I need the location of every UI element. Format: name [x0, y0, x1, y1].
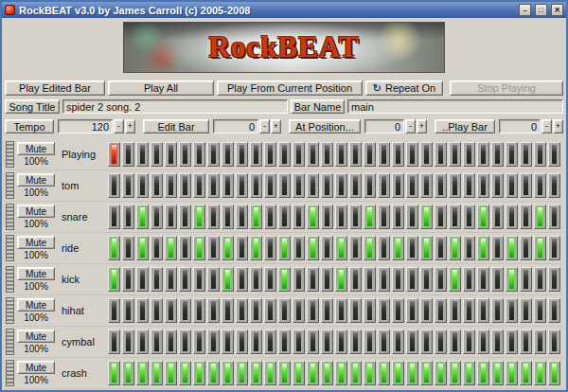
play-bar-input[interactable]: [500, 120, 540, 133]
close-icon[interactable]: ✕: [551, 4, 563, 16]
step-cell[interactable]: [491, 298, 504, 323]
step-cell[interactable]: [278, 205, 291, 229]
step-cell[interactable]: [136, 205, 149, 229]
step-cell[interactable]: [179, 205, 191, 229]
step-cell[interactable]: [307, 330, 319, 354]
step-cell[interactable]: [420, 361, 433, 385]
step-cell[interactable]: [136, 330, 149, 354]
step-cell[interactable]: [136, 142, 149, 167]
step-cell[interactable]: [349, 330, 362, 354]
step-cell[interactable]: [506, 205, 518, 229]
step-cell[interactable]: [506, 267, 518, 292]
step-cell[interactable]: [122, 298, 134, 323]
step-cell[interactable]: [108, 330, 120, 354]
step-cell[interactable]: [321, 205, 333, 229]
step-cell[interactable]: [435, 361, 447, 385]
step-cell[interactable]: [165, 330, 177, 354]
step-cell[interactable]: [548, 236, 560, 260]
step-cell[interactable]: [207, 267, 220, 292]
step-cell[interactable]: [435, 298, 447, 323]
step-cell[interactable]: [477, 236, 489, 260]
step-cell[interactable]: [534, 361, 546, 385]
mute-button[interactable]: Mute: [17, 361, 55, 374]
step-cell[interactable]: [420, 205, 433, 229]
step-cell[interactable]: [335, 236, 347, 260]
step-cell[interactable]: [534, 298, 546, 323]
step-cell[interactable]: [548, 330, 560, 354]
step-cell[interactable]: [435, 173, 447, 198]
step-cell[interactable]: [349, 205, 362, 229]
tempo-decrement-button[interactable]: -: [114, 119, 124, 134]
step-cell[interactable]: [179, 298, 191, 323]
step-cell[interactable]: [193, 236, 205, 260]
step-cell[interactable]: [364, 330, 376, 354]
step-cell[interactable]: [151, 267, 163, 292]
step-cell[interactable]: [207, 298, 220, 323]
step-cell[interactable]: [278, 330, 291, 354]
play-bar-increment-button[interactable]: +: [553, 119, 563, 134]
step-cell[interactable]: [477, 173, 489, 198]
mute-button[interactable]: Mute: [17, 173, 55, 187]
step-cell[interactable]: [179, 142, 191, 167]
step-cell[interactable]: [307, 236, 319, 260]
step-cell[interactable]: [122, 330, 134, 354]
step-cell[interactable]: [250, 205, 262, 229]
step-cell[interactable]: [335, 173, 347, 198]
tempo-increment-button[interactable]: +: [125, 119, 135, 134]
step-cell[interactable]: [364, 142, 376, 167]
step-cell[interactable]: [477, 142, 489, 167]
step-cell[interactable]: [151, 173, 163, 198]
step-cell[interactable]: [222, 236, 234, 260]
volume-slider[interactable]: [6, 266, 14, 293]
step-cell[interactable]: [406, 361, 418, 385]
step-cell[interactable]: [136, 361, 149, 385]
step-cell[interactable]: [534, 205, 546, 229]
step-cell[interactable]: [406, 173, 418, 198]
step-cell[interactable]: [449, 267, 461, 292]
step-cell[interactable]: [236, 267, 248, 292]
step-cell[interactable]: [122, 173, 134, 198]
step-cell[interactable]: [506, 298, 518, 323]
tempo-input[interactable]: [59, 120, 112, 133]
step-cell[interactable]: [250, 142, 262, 167]
volume-slider[interactable]: [6, 235, 14, 261]
step-cell[interactable]: [548, 173, 560, 198]
step-cell[interactable]: [222, 267, 234, 292]
step-cell[interactable]: [349, 142, 362, 167]
step-cell[interactable]: [321, 267, 333, 292]
step-cell[interactable]: [335, 330, 347, 354]
step-cell[interactable]: [264, 267, 276, 292]
step-cell[interactable]: [335, 298, 347, 323]
step-cell[interactable]: [179, 236, 191, 260]
step-cell[interactable]: [108, 267, 120, 292]
step-cell[interactable]: [406, 267, 418, 292]
step-cell[interactable]: [222, 205, 234, 229]
step-cell[interactable]: [420, 236, 433, 260]
step-cell[interactable]: [335, 142, 347, 167]
step-cell[interactable]: [364, 173, 376, 198]
step-cell[interactable]: [307, 173, 319, 198]
step-cell[interactable]: [222, 330, 234, 354]
titlebar[interactable]: RockBEAT v3.0 by James Carroll (c) 2005-…: [2, 2, 566, 18]
step-cell[interactable]: [548, 267, 560, 292]
step-cell[interactable]: [378, 298, 390, 323]
step-cell[interactable]: [392, 173, 404, 198]
step-cell[interactable]: [477, 298, 489, 323]
step-cell[interactable]: [491, 236, 504, 260]
step-cell[interactable]: [207, 236, 220, 260]
step-cell[interactable]: [307, 205, 319, 229]
step-cell[interactable]: [349, 361, 362, 385]
at-position-increment-button[interactable]: +: [417, 119, 427, 134]
step-cell[interactable]: [122, 205, 134, 229]
step-cell[interactable]: [520, 142, 532, 167]
step-cell[interactable]: [293, 330, 305, 354]
step-cell[interactable]: [307, 361, 319, 385]
step-cell[interactable]: [420, 298, 433, 323]
step-cell[interactable]: [477, 267, 489, 292]
step-cell[interactable]: [463, 142, 475, 167]
step-cell[interactable]: [506, 173, 518, 198]
step-cell[interactable]: [392, 298, 404, 323]
step-cell[interactable]: [264, 236, 276, 260]
step-cell[interactable]: [236, 361, 248, 385]
step-cell[interactable]: [207, 205, 220, 229]
